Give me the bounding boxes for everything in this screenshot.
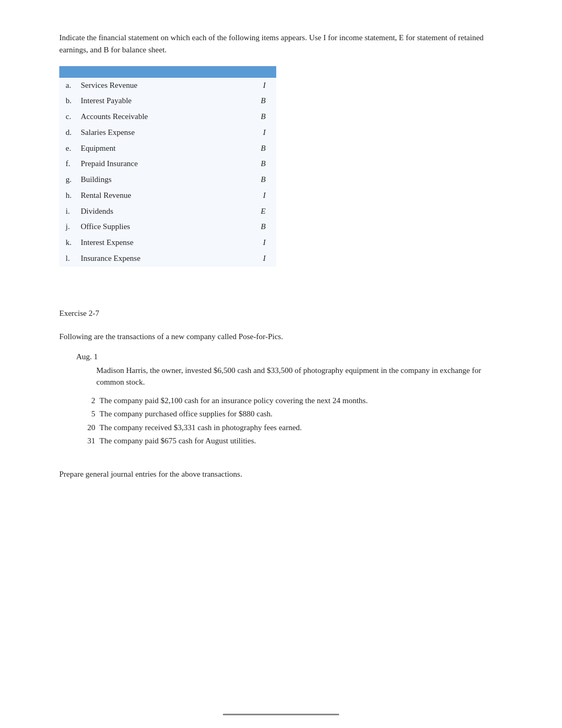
- row-item: Buildings: [78, 172, 241, 188]
- first-transaction: Madison Harris, the owner, invested $6,5…: [96, 365, 503, 388]
- transaction-num: 5: [76, 408, 95, 420]
- exercise-section: Exercise 2-7 Following are the transacti…: [59, 309, 503, 481]
- table-row: h. Rental Revenue I: [59, 188, 276, 204]
- row-code: B: [241, 219, 276, 235]
- row-item: Services Revenue: [78, 78, 241, 94]
- transaction-text: The company received $3,331 cash in phot…: [99, 422, 302, 434]
- row-letter: a.: [59, 78, 78, 94]
- transaction-text: The company paid $2,100 cash for an insu…: [99, 395, 368, 407]
- row-code: B: [241, 141, 276, 157]
- transaction-item: 20 The company received $3,331 cash in p…: [76, 422, 503, 434]
- transaction-text: The company purchased office supplies fo…: [99, 408, 273, 420]
- transaction-item: 31 The company paid $675 cash for August…: [76, 435, 503, 447]
- exercise-intro: Following are the transactions of a new …: [59, 331, 503, 343]
- intro-paragraph: Indicate the financial statement on whic…: [59, 32, 503, 57]
- exercise-title: Exercise 2-7: [59, 309, 503, 318]
- row-item: Equipment: [78, 141, 241, 157]
- row-code: B: [241, 109, 276, 125]
- table-row: j. Office Supplies B: [59, 219, 276, 235]
- table-row: a. Services Revenue I: [59, 78, 276, 94]
- row-item: Prepaid Insurance: [78, 156, 241, 172]
- table-row: i. Dividends E: [59, 204, 276, 220]
- bottom-bar: [223, 714, 339, 715]
- row-code: B: [241, 93, 276, 109]
- table-row: b. Interest Payable B: [59, 93, 276, 109]
- table-row: l. Insurance Expense I: [59, 251, 276, 267]
- row-code: I: [241, 125, 276, 141]
- prepare-text: Prepare general journal entries for the …: [59, 468, 503, 480]
- row-item: Insurance Expense: [78, 251, 241, 267]
- table-row: k. Interest Expense I: [59, 235, 276, 251]
- row-letter: h.: [59, 188, 78, 204]
- transaction-item: 5 The company purchased office supplies …: [76, 408, 503, 420]
- row-letter: b.: [59, 93, 78, 109]
- row-code: B: [241, 172, 276, 188]
- row-code: I: [241, 235, 276, 251]
- table-row: d. Salaries Expense I: [59, 125, 276, 141]
- table-row: e. Equipment B: [59, 141, 276, 157]
- row-item: Interest Expense: [78, 235, 241, 251]
- row-code: I: [241, 188, 276, 204]
- row-letter: f.: [59, 156, 78, 172]
- row-letter: g.: [59, 172, 78, 188]
- row-letter: i.: [59, 204, 78, 220]
- row-item: Interest Payable: [78, 93, 241, 109]
- table-row: g. Buildings B: [59, 172, 276, 188]
- row-code: I: [241, 251, 276, 267]
- transactions-list: 2 The company paid $2,100 cash for an in…: [76, 395, 503, 447]
- table-header-bar: [59, 66, 276, 78]
- row-letter: d.: [59, 125, 78, 141]
- aug-date: Aug. 1: [76, 352, 503, 361]
- transaction-num: 31: [76, 435, 95, 447]
- row-item: Salaries Expense: [78, 125, 241, 141]
- table-row: c. Accounts Receivable B: [59, 109, 276, 125]
- transaction-group: Aug. 1 Madison Harris, the owner, invest…: [68, 352, 503, 447]
- items-table: a. Services Revenue I b. Interest Payabl…: [59, 78, 276, 267]
- financial-statement-table: a. Services Revenue I b. Interest Payabl…: [59, 66, 276, 267]
- row-letter: l.: [59, 251, 78, 267]
- row-item: Accounts Receivable: [78, 109, 241, 125]
- transaction-num: 20: [76, 422, 95, 434]
- row-item: Office Supplies: [78, 219, 241, 235]
- transaction-text: The company paid $675 cash for August ut…: [99, 435, 256, 447]
- row-letter: e.: [59, 141, 78, 157]
- row-item: Dividends: [78, 204, 241, 220]
- row-letter: k.: [59, 235, 78, 251]
- table-row: f. Prepaid Insurance B: [59, 156, 276, 172]
- row-letter: j.: [59, 219, 78, 235]
- row-letter: c.: [59, 109, 78, 125]
- row-code: I: [241, 78, 276, 94]
- row-code: E: [241, 204, 276, 220]
- transaction-item: 2 The company paid $2,100 cash for an in…: [76, 395, 503, 407]
- transaction-num: 2: [76, 395, 95, 407]
- row-code: B: [241, 156, 276, 172]
- row-item: Rental Revenue: [78, 188, 241, 204]
